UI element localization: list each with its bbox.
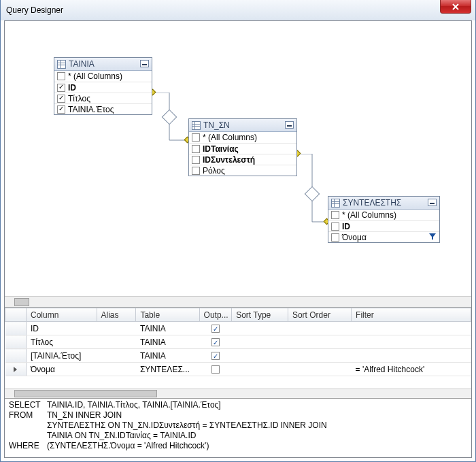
checkbox[interactable]	[331, 222, 339, 231]
grid-cell-alias[interactable]	[97, 363, 136, 376]
sql-keyword-where: WHERE	[9, 441, 47, 451]
grid-cell-table[interactable]: ΣΥΝΤΕΛΕΣ...	[136, 363, 199, 376]
column-row[interactable]: TAINIA.Έτος	[54, 103, 152, 114]
close-button[interactable]	[440, 0, 471, 14]
column-row[interactable]: ID	[54, 82, 152, 93]
grid-cell-column[interactable]: Τίτλος	[27, 335, 97, 349]
checkbox[interactable]	[192, 145, 200, 153]
grid-cell-alias[interactable]	[97, 322, 136, 335]
grid-header-cell[interactable]: Column	[27, 308, 97, 322]
grid-cell-filter[interactable]	[352, 322, 471, 335]
grid-cell-filter[interactable]: = 'Alfred Hitchcock'	[352, 363, 471, 376]
grid-cell-output[interactable]	[199, 335, 232, 349]
column-row[interactable]: * (All Columns)	[54, 71, 152, 82]
column-row[interactable]: ID	[328, 220, 439, 231]
column-row[interactable]: * (All Columns)	[189, 132, 296, 143]
grid-cell-table[interactable]: TAINIA	[136, 349, 199, 363]
grid-cell-sortorder[interactable]	[288, 335, 351, 349]
sql-keyword-select: SELECT	[9, 400, 47, 410]
checkbox[interactable]	[192, 133, 200, 142]
column-row[interactable]: IDΣυντελεστή	[189, 154, 296, 165]
grid-header-cell[interactable]: Outp...	[199, 308, 232, 322]
grid-cell-column[interactable]: Όνομα	[27, 363, 97, 376]
grid-cell-sortorder[interactable]	[288, 363, 351, 376]
row-header[interactable]	[5, 322, 27, 335]
checkbox[interactable]	[57, 84, 65, 92]
output-checkbox[interactable]	[211, 365, 220, 374]
grid-cell-sorttype[interactable]	[232, 363, 288, 376]
grid-row[interactable]: Τίτλος TAINIA	[5, 335, 471, 349]
checkbox[interactable]	[331, 233, 339, 242]
sql-from-line: ΣΥΝΤΕΛΕΣΤΗΣ ON TN_ΣΝ.IDΣυντελεστή = ΣΥΝΤ…	[47, 420, 467, 431]
grid-row[interactable]: ID TAINIA	[5, 322, 471, 335]
output-checkbox[interactable]	[211, 325, 220, 333]
checkbox[interactable]	[192, 156, 200, 164]
row-header[interactable]	[5, 363, 27, 376]
sql-pane[interactable]: SELECTTAINIA.ID, TAINIA.Τίτλος, TAINIA.[…	[5, 398, 471, 457]
grid-cell-output[interactable]	[199, 322, 232, 335]
grid-header-cell[interactable]: Sort Order	[288, 308, 351, 322]
checkbox[interactable]	[192, 167, 200, 175]
grid-row[interactable]: Όνομα ΣΥΝΤΕΛΕΣ... = 'Alfred Hitchcock'	[5, 363, 471, 376]
grid-cell-table[interactable]: TAINIA	[136, 322, 199, 335]
grid-cell-table[interactable]: TAINIA	[136, 335, 199, 349]
minimize-icon[interactable]	[428, 199, 437, 206]
criteria-grid-pane[interactable]: Column Alias Table Outp... Sort Type Sor…	[5, 307, 471, 398]
grid-cell-filter[interactable]	[352, 335, 471, 349]
titlebar[interactable]: Query Designer	[1, 0, 475, 20]
grid-cell-alias[interactable]	[97, 335, 136, 349]
close-icon	[452, 3, 459, 10]
checkbox[interactable]	[57, 72, 65, 80]
grid-cell-alias[interactable]	[97, 349, 136, 363]
grid-cell-sorttype[interactable]	[232, 322, 288, 335]
minimize-icon[interactable]	[140, 60, 149, 67]
join-diamond-2[interactable]	[305, 186, 320, 202]
minimize-icon[interactable]	[285, 121, 294, 129]
grid-row[interactable]: [TAINIA.Έτος] TAINIA	[5, 349, 471, 363]
output-checkbox[interactable]	[211, 338, 220, 346]
grid-cell-sortorder[interactable]	[288, 349, 351, 363]
grid-header-cell[interactable]	[5, 308, 27, 322]
join-diamond-1[interactable]	[162, 110, 177, 125]
grid-cell-output[interactable]	[199, 349, 232, 363]
column-row[interactable]: Όνομα	[328, 231, 439, 242]
grid-cell-sorttype[interactable]	[232, 335, 288, 349]
criteria-grid[interactable]: Column Alias Table Outp... Sort Type Sor…	[5, 308, 471, 376]
window-title: Query Designer	[6, 5, 63, 15]
diagram-hscrollbar[interactable]	[5, 296, 471, 307]
grid-cell-column[interactable]: ID	[27, 322, 97, 335]
row-header[interactable]	[5, 335, 27, 349]
grid-header-cell[interactable]: Alias	[97, 308, 136, 322]
table-syntelestis[interactable]: ΣΥΝΤΕΛΕΣΤΗΣ * (All Columns) ID Όνομα	[328, 196, 440, 243]
column-label: * (All Columns)	[342, 210, 396, 220]
table-header[interactable]: TN_ΣΝ	[189, 119, 296, 132]
grid-cell-sorttype[interactable]	[232, 349, 288, 363]
grid-cell-filter[interactable]	[352, 349, 471, 363]
table-header[interactable]: ΣΥΝΤΕΛΕΣΤΗΣ	[328, 197, 439, 210]
checkbox[interactable]	[57, 95, 65, 103]
table-icon	[57, 60, 66, 69]
grid-hscrollbar[interactable]	[5, 389, 471, 398]
column-row[interactable]: * (All Columns)	[328, 210, 439, 220]
output-checkbox[interactable]	[211, 352, 220, 360]
sql-select-clause: TAINIA.ID, TAINIA.Τίτλος, TAINIA.[TAINIA…	[47, 400, 221, 410]
grid-header-cell[interactable]: Table	[136, 308, 199, 322]
table-tnsn[interactable]: TN_ΣΝ * (All Columns) IDΤαινίας IDΣυντελ…	[188, 118, 297, 176]
grid-cell-sortorder[interactable]	[288, 322, 351, 335]
grid-header-cell[interactable]: Sort Type	[232, 308, 288, 322]
table-header[interactable]: TAINIA	[54, 58, 152, 71]
grid-cell-column[interactable]: [TAINIA.Έτος]	[27, 349, 97, 363]
grid-cell-output[interactable]	[199, 363, 232, 376]
column-row[interactable]: Τίτλος	[54, 93, 152, 103]
row-header[interactable]	[5, 349, 27, 363]
table-tainia[interactable]: TAINIA * (All Columns) ID Τίτλος TAINIA.…	[54, 57, 152, 115]
checkbox[interactable]	[331, 211, 339, 219]
grid-header-cell[interactable]: Filter	[352, 308, 471, 322]
diagram-pane[interactable]: TAINIA * (All Columns) ID Τίτλος TAINIA.…	[5, 21, 471, 307]
column-label: Όνομα	[342, 233, 367, 242]
column-row[interactable]: Ρόλος	[189, 165, 296, 176]
scrollbar-thumb[interactable]	[14, 390, 157, 397]
checkbox[interactable]	[57, 105, 65, 114]
scrollbar-thumb[interactable]	[14, 298, 29, 306]
column-row[interactable]: IDΤαινίας	[189, 143, 296, 154]
